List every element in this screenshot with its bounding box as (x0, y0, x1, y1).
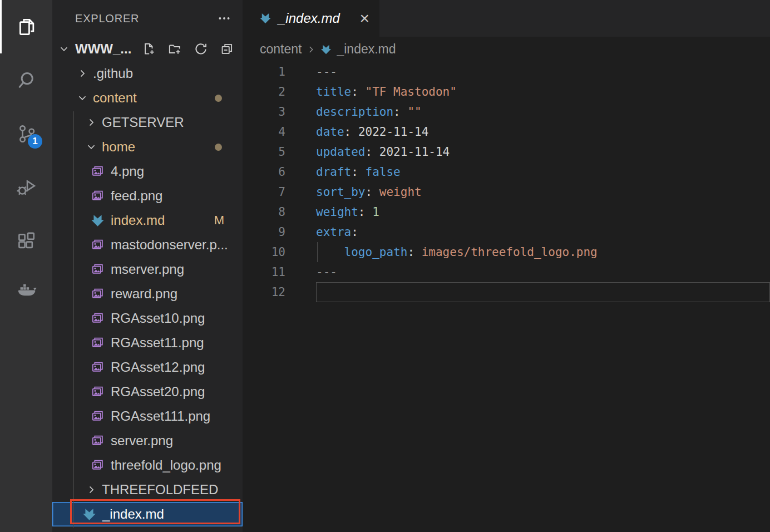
line-number: 4 (243, 122, 285, 142)
code-line[interactable]: 11--- (243, 262, 770, 282)
chevron-down-icon (86, 141, 97, 152)
files-icon (16, 17, 37, 37)
debug-icon (16, 177, 37, 198)
code-line[interactable]: 8weight: 1 (243, 202, 770, 222)
tree-item-label: home (102, 139, 135, 155)
image-icon (91, 336, 105, 350)
image-icon (91, 189, 105, 203)
tree-item-rgasset10-png[interactable]: RGAsset10.png (52, 306, 243, 331)
line-number: 5 (243, 142, 285, 162)
tree-item-label: THREEFOLDFEED (102, 482, 218, 497)
new-folder-icon[interactable] (167, 42, 182, 56)
tree-item-4-png[interactable]: 4.png (52, 159, 243, 184)
tree-item-rgasset11-png[interactable]: RGAsset11.png (52, 331, 243, 355)
tree-item-label: GETSERVER (102, 115, 184, 130)
code-line-content: --- (316, 262, 770, 282)
activity-item-extensions[interactable] (0, 214, 52, 267)
chevron-down-icon (77, 92, 88, 104)
tree-item-server-png[interactable]: server.png (52, 428, 243, 453)
code-line[interactable]: 10 logo_path: images/threefold_logo.png (243, 242, 770, 262)
tree-item-home[interactable]: home (52, 135, 243, 159)
chevron-right-icon (306, 45, 316, 55)
tree-item-label: mserver.png (111, 262, 184, 277)
tree-item-github[interactable]: .github (52, 61, 243, 86)
new-file-icon[interactable] (141, 42, 156, 56)
tree-item-label: threefold_logo.png (111, 457, 221, 473)
code-line[interactable]: 2title: "TF Mastodon" (243, 82, 770, 102)
collapse-all-icon[interactable] (220, 42, 234, 56)
activity-item-explorer[interactable] (0, 0, 52, 53)
editor-area: _index.md × content _index.md 1---2title… (243, 0, 770, 532)
file-tree: .githubcontentGETSERVERhome4.pngfeed.png… (52, 61, 243, 526)
tree-item-feed-png[interactable]: feed.png (52, 184, 243, 208)
line-number: 1 (243, 62, 285, 82)
tree-item-reward-png[interactable]: reward.png (52, 282, 243, 306)
markdown-icon (259, 12, 272, 24)
code-line-content: sort_by: weight (316, 182, 770, 202)
tree-item-mserver-png[interactable]: mserver.png (52, 257, 243, 282)
code-line[interactable]: 3description: "" (243, 102, 770, 122)
code-line[interactable]: 9extra: (243, 222, 770, 242)
activity-item-search[interactable] (0, 53, 52, 107)
tree-item-label: feed.png (111, 188, 162, 204)
refresh-icon[interactable] (194, 42, 208, 56)
tree-item-label: RGAsset10.png (111, 311, 205, 326)
chevron-right-icon (86, 484, 97, 495)
tree-item-index-md[interactable]: index.mdM (52, 208, 243, 233)
code-line[interactable]: 5updated: 2021-11-14 (243, 142, 770, 162)
code-line-content: --- (316, 62, 770, 82)
tab-index-md[interactable]: _index.md × (243, 0, 379, 37)
tree-item-rgasset111-png[interactable]: RGAsset111.png (52, 404, 243, 428)
tree-item-label: _index.md (102, 506, 164, 522)
line-number: 7 (243, 182, 285, 202)
tree-item-mastodonserver-p[interactable]: mastodonserver.p... (52, 233, 243, 257)
image-icon (91, 312, 105, 326)
code-line[interactable]: 7sort_by: weight (243, 182, 770, 202)
tree-item-rgasset20-png[interactable]: RGAsset20.png (52, 380, 243, 404)
vscode-window: 1 EXPLORER WWW_... .githubcontentGETSERV… (0, 0, 770, 532)
close-tab-icon[interactable]: × (359, 11, 369, 26)
line-number: 8 (243, 202, 285, 222)
tree-root-folder[interactable]: WWW_... (52, 37, 243, 61)
activity-item-source-control[interactable]: 1 (0, 107, 52, 160)
activity-item-run-debug[interactable] (0, 160, 52, 214)
tree-item-index-md[interactable]: _index.md (52, 502, 243, 526)
tree-item-rgasset12-png[interactable]: RGAsset12.png (52, 355, 243, 380)
tree-item-content[interactable]: content (52, 86, 243, 110)
code-line[interactable]: 1--- (243, 62, 770, 82)
modified-dot-badge (215, 144, 222, 151)
markdown-icon (320, 44, 332, 55)
chevron-down-icon (58, 43, 70, 55)
code-line[interactable]: 12 (243, 282, 770, 302)
line-number: 2 (243, 82, 285, 102)
search-icon (16, 70, 37, 91)
breadcrumb-item-file[interactable]: _index.md (337, 42, 396, 57)
tab-label: _index.md (278, 11, 340, 26)
line-number: 9 (243, 222, 285, 242)
tree-item-getserver[interactable]: GETSERVER (52, 110, 243, 135)
root-folder-label: WWW_... (75, 41, 131, 57)
modified-dot-badge (215, 95, 222, 102)
line-number: 3 (243, 102, 285, 122)
activity-item-docker[interactable] (0, 263, 52, 316)
code-line[interactable]: 6draft: false (243, 162, 770, 182)
sidebar-title: EXPLORER (75, 12, 217, 25)
more-actions-icon[interactable] (217, 11, 231, 26)
git-modified-badge: M (214, 213, 224, 228)
tree-item-threefold-logo-png[interactable]: threefold_logo.png (52, 453, 243, 477)
breadcrumb-item-content[interactable]: content (260, 42, 302, 57)
explorer-sidebar: EXPLORER WWW_... .githubcontentGETSERVER… (52, 0, 243, 532)
explorer-actions (141, 42, 243, 56)
code-line-content: extra: (316, 222, 770, 242)
image-icon (91, 459, 105, 472)
image-icon (91, 361, 105, 375)
code-line-content: logo_path: images/threefold_logo.png (316, 242, 770, 262)
code-line[interactable]: 4date: 2022-11-14 (243, 122, 770, 142)
extensions-icon (16, 230, 37, 251)
code-line-content: description: "" (316, 102, 770, 122)
source-control-badge: 1 (28, 134, 42, 149)
tree-item-threefoldfeed[interactable]: THREEFOLDFEED (52, 477, 243, 502)
markdown-icon (82, 508, 96, 521)
code-editor[interactable]: 1---2title: "TF Mastodon"3description: "… (243, 62, 770, 302)
chevron-right-icon (86, 117, 97, 128)
